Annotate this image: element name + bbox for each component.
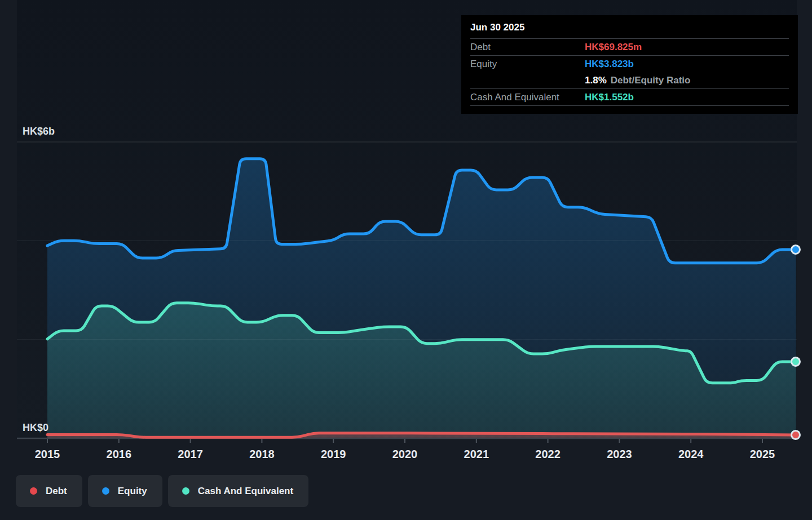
equity-end-marker xyxy=(792,245,800,254)
debt-dot-icon xyxy=(30,487,37,495)
x-tick-label-2025: 2025 xyxy=(750,448,775,460)
x-tick-label-2024: 2024 xyxy=(678,448,704,460)
y-axis-label-6b: HK$6b xyxy=(23,126,55,137)
x-tick-label-2018: 2018 xyxy=(249,448,275,460)
legend-equity-label: Equity xyxy=(118,486,147,497)
legend-cash-label: Cash And Equivalent xyxy=(198,486,293,497)
legend-item-equity[interactable]: Equity xyxy=(88,475,162,507)
tooltip-row-cash: Cash And Equivalent HK$1.552b xyxy=(470,89,789,106)
tooltip-debt-label: Debt xyxy=(470,42,585,53)
legend-item-cash[interactable]: Cash And Equivalent xyxy=(168,475,308,507)
tooltip-equity-value: HK$3.823b xyxy=(585,59,634,70)
x-tick-label-2015: 2015 xyxy=(35,448,60,460)
x-tick-label-2019: 2019 xyxy=(321,448,346,460)
debt-end-marker xyxy=(792,430,800,439)
tooltip-ratio-label: Debt/Equity Ratio xyxy=(611,75,691,86)
x-tick-label-2022: 2022 xyxy=(535,448,561,460)
cash-dot-icon xyxy=(182,487,189,495)
tooltip-equity-label: Equity xyxy=(470,59,585,70)
x-tick-label-2017: 2017 xyxy=(178,448,203,460)
chart-tooltip: Jun 30 2025 Debt HK$69.825m Equity HK$3.… xyxy=(461,15,798,114)
y-axis-label-0b: HK$0 xyxy=(23,422,48,433)
tooltip-cash-label: Cash And Equivalent xyxy=(470,92,585,103)
tooltip-debt-value: HK$69.825m xyxy=(585,42,642,53)
debt-equity-history-page: { "page": { "background": "#161b23" }, "… xyxy=(0,0,812,520)
legend-debt-label: Debt xyxy=(46,486,67,497)
tooltip-row-ratio: 1.8% Debt/Equity Ratio xyxy=(470,72,789,89)
x-tick-label-2016: 2016 xyxy=(107,448,132,460)
tooltip-row-equity: Equity HK$3.823b xyxy=(470,56,789,72)
legend-item-debt[interactable]: Debt xyxy=(16,475,82,507)
equity-dot-icon xyxy=(102,487,109,495)
tooltip-ratio-percent: 1.8% xyxy=(585,75,607,86)
tooltip-row-debt: Debt HK$69.825m xyxy=(470,39,789,56)
x-tick-label-2021: 2021 xyxy=(464,448,489,460)
tooltip-cash-value: HK$1.552b xyxy=(585,92,634,103)
cash-and-equivalent-end-marker xyxy=(792,357,800,366)
x-tick-label-2020: 2020 xyxy=(392,448,418,460)
tooltip-date: Jun 30 2025 xyxy=(470,20,789,39)
x-tick-label-2023: 2023 xyxy=(607,448,632,460)
chart-legend: Debt Equity Cash And Equivalent xyxy=(16,475,308,507)
